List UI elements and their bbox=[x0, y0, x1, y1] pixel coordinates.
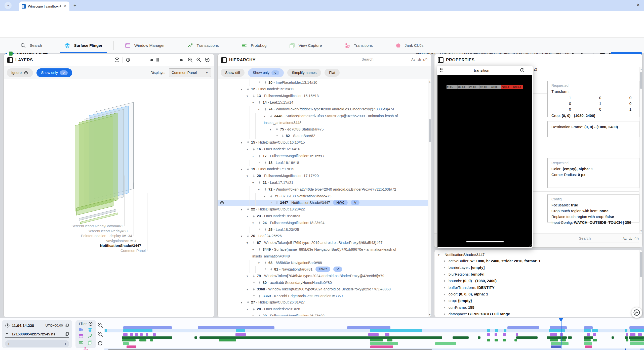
layer-label[interactable]: Common Panel bbox=[120, 249, 146, 253]
pin-icon[interactable] bbox=[252, 241, 257, 245]
show-only-chip[interactable]: Show only V bbox=[36, 68, 72, 77]
tree-node-80[interactable]: 80 - ace6abb SecondaryHomeHandle0#80 bbox=[218, 280, 428, 286]
match-case-icon[interactable]: Aa bbox=[411, 58, 415, 61]
trace-segment[interactable] bbox=[495, 339, 498, 341]
expander-icon[interactable]: ▾ bbox=[258, 106, 264, 113]
tree-node-82[interactable]: 82 - StatusBar#82 bbox=[218, 133, 428, 139]
drag-handle-icon[interactable] bbox=[440, 68, 444, 73]
expander-icon[interactable]: ▾ bbox=[247, 146, 252, 153]
expander-icon[interactable]: ▾ bbox=[252, 220, 258, 227]
trace-segment[interactable] bbox=[478, 336, 480, 339]
playhead-line[interactable] bbox=[561, 318, 561, 348]
tree-node-28[interactable]: ▾28 - OneHanded:26:31#28 bbox=[218, 306, 428, 313]
layer-label[interactable]: ScreenDecorOverlay#60 bbox=[88, 229, 128, 233]
tree-node-81[interactable]: 81 - NavigationBar0#81HWCV bbox=[218, 266, 428, 273]
visibility-eye-icon[interactable] bbox=[220, 200, 224, 205]
ns-time-field[interactable]: 1715339054227572545 ns bbox=[5, 331, 69, 338]
human-time-field[interactable]: 11:04:14.228 UTC+00:00 bbox=[5, 322, 69, 329]
pin-icon[interactable] bbox=[258, 221, 263, 225]
trace-segment[interactable] bbox=[507, 326, 539, 329]
tab-view-capture[interactable]: View Capture bbox=[278, 38, 333, 53]
trace-segment[interactable] bbox=[487, 339, 490, 341]
trace-segment[interactable] bbox=[503, 339, 506, 341]
window-close-button[interactable]: ✕ bbox=[636, 3, 640, 7]
expander-icon[interactable]: ▾ bbox=[270, 126, 275, 133]
tree-node-79[interactable]: ▾79 - WindowToken{7046b4a type=2024 andr… bbox=[218, 273, 428, 280]
tree-node-3369[interactable]: 3369 - 67726bf EdgeBackGestureHandler0#3… bbox=[218, 293, 428, 299]
timeline-zoom-out-icon[interactable] bbox=[97, 331, 103, 337]
tree-node-25[interactable]: 25 - Leaf:18:23#25 bbox=[218, 227, 428, 233]
proto-prop-row[interactable]: crop: {empty} bbox=[434, 297, 642, 304]
pin-icon[interactable] bbox=[258, 294, 263, 298]
pin-icon[interactable] bbox=[269, 114, 274, 118]
tab-search[interactable]: Search bbox=[9, 38, 53, 53]
trace-segment[interactable] bbox=[453, 336, 469, 339]
trace-segment[interactable] bbox=[516, 336, 538, 339]
regex-icon[interactable]: (.*) bbox=[423, 58, 427, 61]
expander-icon[interactable]: ▾ bbox=[241, 140, 246, 146]
expander-icon[interactable]: ▾ bbox=[247, 213, 252, 220]
trace-segment[interactable] bbox=[150, 339, 153, 341]
properties-search-input[interactable]: Search Aa ab (.*) bbox=[579, 236, 639, 242]
tree-node-68[interactable]: ▾68 - 885b63e NavigationBar0#68 bbox=[218, 260, 428, 267]
expander-icon[interactable]: ▾ bbox=[247, 286, 252, 293]
timeline-zoom-in-icon[interactable] bbox=[97, 322, 103, 328]
pin-icon[interactable] bbox=[246, 301, 251, 304]
trace-segment[interactable] bbox=[592, 329, 597, 332]
trace-segment[interactable] bbox=[550, 326, 567, 329]
pin-icon[interactable] bbox=[252, 94, 257, 98]
new-tab-button[interactable]: + bbox=[73, 3, 76, 8]
filter-collapse-icon[interactable] bbox=[88, 322, 93, 326]
trace-row-transactions[interactable] bbox=[104, 336, 644, 339]
minimize-icon[interactable]: _ bbox=[527, 67, 530, 72]
show-only-chip[interactable]: Show only V bbox=[248, 68, 284, 77]
trace-segment[interactable] bbox=[139, 339, 146, 341]
tree-node-75[interactable]: ▾75 - ed70f88 StatusBar#75 bbox=[218, 126, 428, 133]
expander-icon[interactable]: ▾ bbox=[247, 273, 252, 280]
proto-root-row[interactable]: ▾ NotificationShade#3447 bbox=[434, 250, 642, 257]
tree-node-26[interactable]: ▾26 - Leaf:24:25#26 bbox=[218, 233, 428, 240]
tree-node-22[interactable]: ▾22 - HideDisplayCutout:18:23#22 bbox=[218, 206, 428, 213]
tab-transitions[interactable]: Transitions bbox=[333, 38, 384, 53]
expander-icon[interactable]: ▾ bbox=[247, 173, 252, 180]
pin-icon[interactable] bbox=[246, 141, 251, 144]
trace-segment[interactable] bbox=[584, 336, 593, 339]
expander-icon[interactable]: ▾ bbox=[247, 306, 252, 313]
proto-prop-row[interactable]: dataspace: BT709 sRGB Full range bbox=[434, 311, 642, 317]
proto-prop-row[interactable]: currFrame: 155 bbox=[434, 304, 642, 311]
trace-segment[interactable] bbox=[593, 339, 597, 341]
trace-segment[interactable] bbox=[370, 329, 422, 332]
pin-icon[interactable] bbox=[264, 261, 268, 265]
timeline-reset-icon[interactable] bbox=[97, 340, 103, 346]
trace-segment[interactable] bbox=[551, 342, 569, 345]
trace-row-view-capture[interactable] bbox=[104, 342, 644, 345]
trace-segment[interactable] bbox=[370, 339, 383, 341]
tree-node-3449[interactable]: ▾3449 - Surface(name=885b63e NavigationB… bbox=[218, 246, 428, 260]
trace-segment[interactable] bbox=[550, 333, 557, 336]
window-trace-icon[interactable] bbox=[78, 334, 84, 339]
zoom-out-icon[interactable] bbox=[196, 57, 202, 63]
trace-segment[interactable] bbox=[612, 336, 614, 339]
proto-prop-row[interactable]: bounds: (0, 0) - (1080, 2400) bbox=[434, 278, 642, 284]
expander-icon[interactable]: ▾ bbox=[252, 180, 258, 186]
trace-segment[interactable] bbox=[194, 336, 197, 339]
expander-icon[interactable]: ▾ bbox=[247, 93, 252, 100]
expander-icon[interactable]: ▾ bbox=[258, 260, 264, 267]
trace-segment[interactable] bbox=[135, 333, 138, 336]
trace-segment[interactable] bbox=[387, 339, 392, 341]
trace-segment[interactable] bbox=[568, 336, 572, 339]
trace-segment[interactable] bbox=[503, 333, 506, 336]
regex-icon[interactable]: (.*) bbox=[634, 237, 639, 240]
timeline-overview-strip[interactable] bbox=[104, 348, 644, 350]
trace-segment[interactable] bbox=[584, 326, 593, 329]
resize-handle[interactable] bbox=[529, 244, 532, 247]
trace-row-surface-flinger[interactable] bbox=[104, 329, 644, 332]
camera-trace-icon[interactable] bbox=[78, 327, 84, 332]
proto-prop-row[interactable]: blurRegions: [empty] bbox=[434, 271, 642, 278]
trace-segment[interactable] bbox=[547, 336, 567, 339]
pin-icon[interactable] bbox=[258, 181, 263, 185]
proto-scrollbar[interactable] bbox=[639, 250, 642, 317]
tree-node-3447[interactable]: 3447 - NotificationShade#3447HWCV bbox=[218, 200, 428, 206]
tree-node-13[interactable]: ▾13 - FullscreenMagnification:15:15#13 bbox=[218, 93, 428, 100]
pin-icon[interactable] bbox=[264, 228, 268, 232]
